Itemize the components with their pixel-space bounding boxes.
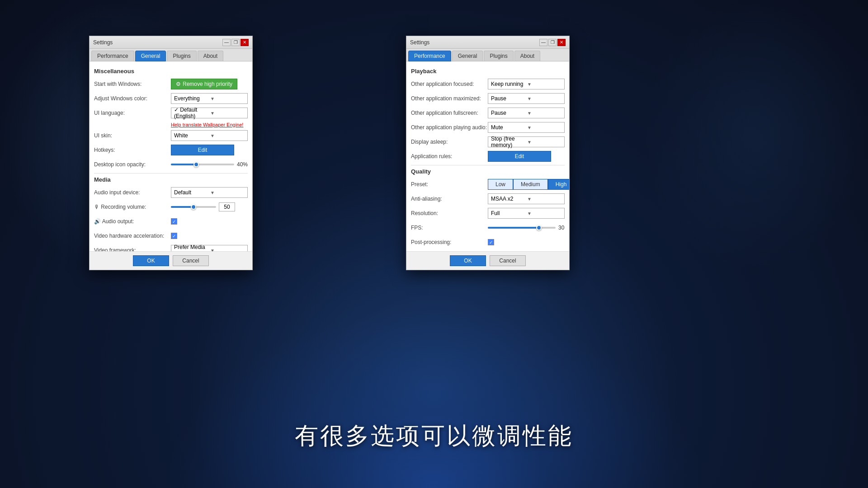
dropdown-adjust-color-value: Everything <box>174 95 208 102</box>
preset-low-button[interactable]: Low <box>488 179 513 190</box>
dialog-left-title: Settings <box>93 39 113 46</box>
dropdown-other-app-audio[interactable]: Mute ▼ <box>488 122 565 133</box>
dropdown-other-app-focused[interactable]: Keep running ▼ <box>488 79 565 89</box>
dropdown-ui-language[interactable]: ✓ Default (English) ▼ <box>171 108 248 118</box>
dropdown-anti-aliasing-value: MSAA x2 <box>491 196 525 202</box>
chevron-down-icon-asleep: ▼ <box>527 140 561 145</box>
row-audio-output: 🔊 Audio output: ✓ <box>94 216 248 227</box>
video-hw-checkbox[interactable]: ✓ <box>171 233 177 239</box>
row-anti-aliasing: Anti-aliasing: MSAA x2 ▼ <box>411 193 565 205</box>
tabs-left: Performance General Plugins About <box>90 49 252 61</box>
dropdown-adjust-color[interactable]: Everything ▼ <box>171 93 248 104</box>
remove-high-priority-button[interactable]: ⚙ Remove high priority <box>171 79 237 89</box>
preset-high-button[interactable]: High <box>548 179 569 190</box>
tab-plugins-right[interactable]: Plugins <box>484 51 513 61</box>
control-preset: Low Medium High <box>488 179 569 190</box>
section-playback-header: Playback <box>411 68 565 75</box>
dropdown-ui-skin[interactable]: White ▼ <box>171 130 248 141</box>
chevron-down-icon-res: ▼ <box>527 211 561 216</box>
edit-app-rules-button[interactable]: Edit <box>488 151 551 162</box>
chevron-down-icon: ▼ <box>210 96 245 101</box>
dialog-right-content: Playback Other application focused: Keep… <box>406 61 569 251</box>
ok-button-right[interactable]: OK <box>450 255 486 266</box>
row-recording-volume: 🎙 Recording volume: <box>94 201 248 213</box>
speaker-icon: 🔊 <box>94 218 101 225</box>
control-audio-input: Default ▼ <box>171 187 248 198</box>
label-preset: Preset: <box>411 181 488 188</box>
dialog-right-body: Playback Other application focused: Keep… <box>406 61 569 251</box>
chevron-down-icon-audio: ▼ <box>210 190 245 195</box>
tab-performance-right[interactable]: Performance <box>408 51 451 61</box>
edit-hotkeys-button[interactable]: Edit <box>171 145 234 155</box>
dialog-left-footer: OK Cancel <box>90 251 252 270</box>
dropdown-other-app-fullscreen[interactable]: Pause ▼ <box>488 108 565 118</box>
tab-about-left[interactable]: About <box>198 51 223 61</box>
dropdown-anti-aliasing[interactable]: MSAA x2 ▼ <box>488 193 565 204</box>
label-hotkeys: Hotkeys: <box>94 147 171 153</box>
row-other-app-focused: Other application focused: Keep running … <box>411 78 565 90</box>
row-fps: FPS: 30 <box>411 222 565 234</box>
bg-blur-right <box>642 0 868 271</box>
cancel-button-right[interactable]: Cancel <box>490 255 526 266</box>
restore-button-left[interactable]: ❐ <box>231 39 240 46</box>
chevron-down-icon-aa: ▼ <box>527 197 561 202</box>
chevron-down-icon-maximized: ▼ <box>527 96 561 101</box>
control-display-asleep: Stop (free memory) ▼ <box>488 136 565 147</box>
tab-general-left[interactable]: General <box>135 51 166 61</box>
dropdown-audio-input[interactable]: Default ▼ <box>171 187 248 198</box>
label-anti-aliasing: Anti-aliasing: <box>411 196 488 202</box>
slider-thumb-recording[interactable] <box>191 204 196 210</box>
control-audio-output: ✓ <box>171 218 248 225</box>
row-preset: Preset: Low Medium High <box>411 178 565 190</box>
divider-playback-quality <box>411 165 565 165</box>
dropdown-ui-skin-value: White <box>174 132 208 139</box>
tab-about-right[interactable]: About <box>514 51 540 61</box>
help-translate-link[interactable]: Help translate Wallpaper Engine! <box>171 122 243 127</box>
audio-output-checkbox[interactable]: ✓ <box>171 218 177 225</box>
tab-performance-left[interactable]: Performance <box>91 51 134 61</box>
titlebar-controls-left: — ❐ ✕ <box>222 39 249 46</box>
row-post-processing: Post-processing: ✓ <box>411 236 565 248</box>
control-hotkeys: Edit <box>171 145 248 155</box>
dropdown-resolution[interactable]: Full ▼ <box>488 208 565 219</box>
slider-fps: 30 <box>488 225 569 231</box>
slider-track-fps[interactable] <box>488 227 556 229</box>
chevron-down-icon-focused: ▼ <box>527 82 561 87</box>
titlebar-left: Settings — ❐ ✕ <box>90 36 252 49</box>
recording-volume-input[interactable] <box>219 202 235 211</box>
dropdown-video-framework[interactable]: Prefer Media Foundation ▼ <box>171 245 248 251</box>
slider-track-recording[interactable] <box>171 206 216 208</box>
tab-general-right[interactable]: General <box>452 51 483 61</box>
slider-thumb-opacity[interactable] <box>193 162 199 167</box>
dropdown-video-framework-value: Prefer Media Foundation <box>174 244 208 251</box>
restore-button-right[interactable]: ❐ <box>548 39 557 46</box>
close-button-right[interactable]: ✕ <box>557 39 566 46</box>
close-button-left[interactable]: ✕ <box>241 39 249 46</box>
preset-medium-button[interactable]: Medium <box>513 179 548 190</box>
dropdown-display-asleep[interactable]: Stop (free memory) ▼ <box>488 136 565 147</box>
ok-button-left[interactable]: OK <box>133 255 169 266</box>
section-misc-header: Miscellaneous <box>94 68 248 75</box>
dropdown-other-app-maximized[interactable]: Pause ▼ <box>488 93 565 104</box>
slider-value-opacity: 40% <box>237 161 248 168</box>
tabs-right: Performance General Plugins About <box>406 49 569 61</box>
slider-track-opacity[interactable] <box>171 164 234 165</box>
dropdown-other-app-audio-value: Mute <box>491 124 525 131</box>
minimize-button-right[interactable]: — <box>539 39 547 46</box>
tab-plugins-left[interactable]: Plugins <box>167 51 196 61</box>
slider-thumb-fps[interactable] <box>536 225 542 230</box>
post-processing-checkbox[interactable]: ✓ <box>488 239 494 245</box>
titlebar-controls-right: — ❐ ✕ <box>539 39 566 46</box>
row-app-rules: Application rules: Edit <box>411 150 565 162</box>
dropdown-other-app-maximized-value: Pause <box>491 95 525 102</box>
minimize-button-left[interactable]: — <box>222 39 231 46</box>
control-video-hw: ✓ <box>171 233 248 239</box>
row-audio-input: Audio input device: Default ▼ <box>94 187 248 198</box>
label-ui-skin: UI skin: <box>94 132 171 139</box>
row-other-app-maximized: Other application maximized: Pause ▼ <box>411 93 565 104</box>
label-resolution: Resolution: <box>411 210 488 216</box>
control-other-app-maximized: Pause ▼ <box>488 93 565 104</box>
cancel-button-left[interactable]: Cancel <box>173 255 209 266</box>
label-audio-input: Audio input device: <box>94 189 171 196</box>
chevron-down-icon-lang: ▼ <box>210 111 245 116</box>
